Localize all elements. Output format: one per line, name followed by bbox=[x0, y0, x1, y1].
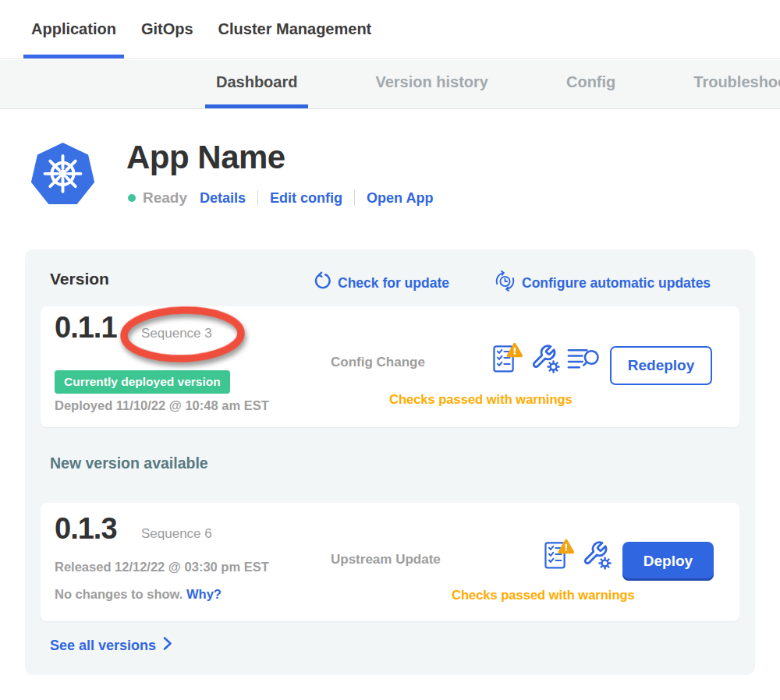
deployed-timestamp: Deployed 11/10/22 @ 10:48 am EST bbox=[55, 398, 269, 413]
check-for-update-label: Check for update bbox=[338, 275, 449, 292]
details-link[interactable]: Details bbox=[200, 190, 246, 207]
deploy-button[interactable]: Deploy bbox=[622, 542, 714, 581]
preflight-checks-icon[interactable] bbox=[542, 537, 575, 572]
new-version-sequence: Sequence 6 bbox=[141, 526, 212, 542]
kubernetes-logo-icon bbox=[30, 139, 96, 210]
tab-application[interactable]: Application bbox=[23, 0, 124, 58]
configure-automatic-updates-label: Configure automatic updates bbox=[522, 275, 711, 292]
redeploy-button[interactable]: Redeploy bbox=[610, 346, 712, 385]
new-version-action-icons bbox=[542, 537, 612, 572]
tab-gitops[interactable]: GitOps bbox=[133, 0, 201, 58]
open-app-link[interactable]: Open App bbox=[367, 190, 433, 207]
version-source-label: Upstream Update bbox=[331, 552, 441, 567]
app-sub-nav: Dashboard Version history Config Trouble… bbox=[0, 60, 780, 109]
gear-icon bbox=[600, 557, 611, 568]
status-text: Ready bbox=[143, 189, 187, 207]
no-changes-label: No changes to show. bbox=[55, 587, 186, 601]
checks-status-text: Checks passed with warnings bbox=[389, 392, 573, 407]
tab-dashboard[interactable]: Dashboard bbox=[205, 60, 308, 108]
new-version-card: 0.1.3 Sequence 6 Released 12/12/22 @ 03:… bbox=[41, 503, 739, 621]
currently-deployed-badge: Currently deployed version bbox=[55, 370, 230, 394]
version-heading: Version bbox=[50, 270, 109, 288]
preflight-checks-icon[interactable] bbox=[491, 341, 523, 376]
tab-config[interactable]: Config bbox=[555, 60, 626, 108]
version-card: Version Check for update bbox=[25, 249, 755, 675]
version-source-label: Config Change bbox=[331, 355, 425, 370]
clock-sync-icon bbox=[495, 270, 516, 295]
current-version-sequence: Sequence 3 bbox=[141, 326, 212, 341]
edit-config-wrench-icon[interactable] bbox=[582, 540, 612, 570]
new-version-available-heading: New version available bbox=[50, 454, 208, 472]
tab-troubleshoot[interactable]: Troubleshoot bbox=[682, 60, 780, 108]
divider bbox=[257, 190, 258, 206]
page-title: App Name bbox=[126, 139, 285, 176]
view-diff-icon[interactable] bbox=[567, 347, 600, 370]
see-all-versions-label: See all versions bbox=[50, 638, 156, 654]
released-timestamp: Released 12/12/22 @ 03:30 pm EST bbox=[55, 560, 269, 574]
admin-console-page: Application GitOps Cluster Management Da… bbox=[0, 0, 780, 700]
ready-status-dot-icon bbox=[128, 194, 136, 202]
gear-icon bbox=[548, 361, 559, 372]
see-all-versions-link[interactable]: See all versions bbox=[50, 636, 172, 655]
current-version-action-icons bbox=[491, 341, 600, 376]
edit-config-wrench-icon[interactable] bbox=[530, 344, 560, 373]
top-nav: Application GitOps Cluster Management bbox=[0, 0, 780, 59]
no-changes-text: No changes to show. Why? bbox=[55, 587, 222, 602]
current-version-card: 0.1.1 Sequence 3 Currently deployed vers… bbox=[41, 306, 739, 427]
configure-automatic-updates-link[interactable]: Configure automatic updates bbox=[495, 270, 711, 295]
refresh-icon bbox=[314, 272, 332, 294]
tab-version-history[interactable]: Version history bbox=[364, 60, 499, 108]
checks-status-text: Checks passed with warnings bbox=[452, 588, 635, 603]
edit-config-link[interactable]: Edit config bbox=[270, 190, 342, 207]
app-status-row: Ready Details Edit config Open App bbox=[128, 189, 433, 207]
chevron-right-icon bbox=[163, 636, 172, 655]
divider bbox=[354, 190, 355, 206]
check-for-update-link[interactable]: Check for update bbox=[314, 272, 449, 294]
why-link[interactable]: Why? bbox=[186, 587, 222, 601]
new-version-number: 0.1.3 bbox=[55, 512, 117, 546]
tab-cluster-management[interactable]: Cluster Management bbox=[211, 0, 380, 58]
current-version-number: 0.1.1 bbox=[55, 311, 117, 345]
